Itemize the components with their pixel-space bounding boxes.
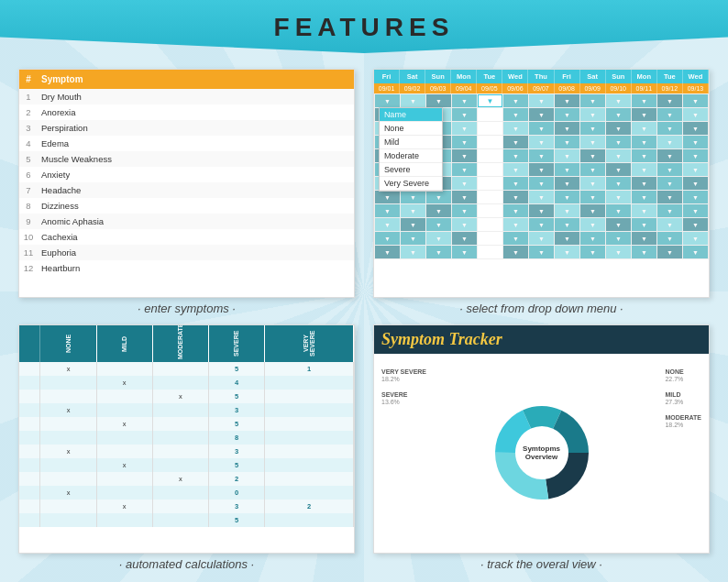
cal-cell[interactable]: ▼ xyxy=(401,94,425,107)
cal-cell[interactable]: ▼ xyxy=(452,191,477,203)
cal-cell[interactable]: ▼ xyxy=(606,108,631,121)
cal-cell[interactable]: ▼ xyxy=(426,204,451,217)
cal-cell[interactable]: ▼ xyxy=(452,218,477,231)
cal-cell[interactable]: ▼ xyxy=(529,149,554,162)
cal-cell[interactable]: ▼ xyxy=(657,177,682,190)
cal-cell[interactable]: ▼ xyxy=(503,218,528,231)
cal-cell[interactable]: ▼ xyxy=(375,246,400,258)
cal-cell[interactable]: ▼ xyxy=(555,136,579,148)
cal-cell[interactable]: ▼ xyxy=(375,191,400,203)
cal-cell[interactable]: ▼ xyxy=(401,246,425,258)
cal-cell[interactable]: ▼ xyxy=(555,204,579,217)
cal-cell[interactable]: ▼ xyxy=(401,232,425,245)
cal-cell[interactable]: ▼ xyxy=(452,246,477,258)
cal-cell[interactable]: ▼ xyxy=(683,246,708,258)
cal-cell[interactable]: ▼ xyxy=(606,246,631,258)
cal-cell[interactable]: ▼ xyxy=(529,246,554,258)
cal-cell[interactable]: ▼ xyxy=(632,163,656,176)
cal-cell[interactable]: ▼ xyxy=(580,204,605,217)
cal-cell[interactable]: ▼ xyxy=(606,204,631,217)
cal-cell[interactable]: ▼ xyxy=(632,191,656,203)
cal-cell[interactable]: ▼ xyxy=(683,149,708,162)
cal-cell[interactable]: ▼ xyxy=(452,204,477,217)
cal-cell[interactable]: ▼ xyxy=(555,94,579,107)
cal-cell[interactable]: ▼ xyxy=(555,218,579,231)
cal-cell[interactable]: ▼ xyxy=(657,204,682,217)
cal-cell[interactable]: ▼ xyxy=(683,163,708,176)
cal-cell[interactable]: ▼ xyxy=(580,232,605,245)
cal-cell[interactable]: ▼ xyxy=(555,149,579,162)
dropdown-popup[interactable]: Name None Mild Moderate Severe Very Seve… xyxy=(379,107,443,192)
dropdown-item-mild[interactable]: Mild xyxy=(380,136,442,149)
cal-cell[interactable]: ▼ xyxy=(452,163,477,176)
cal-cell[interactable]: ▼ xyxy=(657,163,682,176)
cal-cell[interactable]: ▼ xyxy=(452,177,477,190)
cal-cell[interactable]: ▼ xyxy=(657,191,682,203)
cal-cell[interactable]: ▼ xyxy=(632,149,656,162)
cal-cell[interactable]: ▼ xyxy=(503,177,528,190)
cal-cell[interactable]: ▼ xyxy=(529,122,554,135)
cal-cell[interactable]: ▼ xyxy=(529,204,554,217)
cal-cell[interactable]: ▼ xyxy=(503,246,528,258)
cal-cell[interactable]: ▼ xyxy=(632,94,656,107)
cal-cell[interactable]: ▼ xyxy=(580,136,605,148)
cal-cell[interactable]: ▼ xyxy=(657,218,682,231)
cal-cell[interactable]: ▼ xyxy=(657,136,682,148)
cal-cell[interactable]: ▼ xyxy=(606,94,631,107)
cal-cell[interactable]: ▼ xyxy=(503,94,528,107)
cal-cell[interactable]: ▼ xyxy=(401,218,425,231)
cal-cell[interactable]: ▼ xyxy=(529,94,554,107)
cal-cell[interactable]: ▼ xyxy=(580,149,605,162)
cal-cell[interactable]: ▼ xyxy=(580,177,605,190)
cal-cell[interactable]: ▼ xyxy=(555,232,579,245)
cal-cell[interactable]: ▼ xyxy=(503,204,528,217)
cal-cell[interactable]: ▼ xyxy=(401,204,425,217)
cal-cell[interactable]: ▼ xyxy=(632,218,656,231)
cal-cell[interactable]: ▼ xyxy=(555,191,579,203)
cal-cell[interactable]: ▼ xyxy=(657,232,682,245)
cal-cell[interactable]: ▼ xyxy=(580,246,605,258)
cal-cell[interactable]: ▼ xyxy=(503,136,528,148)
dropdown-item-moderate[interactable]: Moderate xyxy=(380,149,442,163)
cal-cell[interactable]: ▼ xyxy=(580,218,605,231)
cal-cell[interactable]: ▼ xyxy=(529,177,554,190)
cal-cell[interactable]: ▼ xyxy=(452,108,477,121)
cal-cell[interactable]: ▼ xyxy=(452,232,477,245)
cal-cell[interactable]: ▼ xyxy=(580,163,605,176)
cal-cell[interactable]: ▼ xyxy=(555,163,579,176)
cal-cell[interactable]: ▼ xyxy=(657,94,682,107)
cal-cell[interactable]: ▼ xyxy=(606,163,631,176)
cal-cell[interactable]: ▼ xyxy=(529,218,554,231)
cal-cell[interactable]: ▼ xyxy=(529,232,554,245)
cal-cell[interactable]: ▼ xyxy=(657,149,682,162)
cal-cell[interactable]: ▼ xyxy=(375,218,400,231)
cal-cell[interactable]: ▼ xyxy=(606,122,631,135)
cal-cell[interactable]: ▼ xyxy=(580,108,605,121)
cal-cell[interactable]: ▼ xyxy=(555,246,579,258)
cal-cell[interactable]: ▼ xyxy=(452,122,477,135)
cal-cell[interactable]: ▼ xyxy=(632,177,656,190)
cal-cell[interactable]: ▼ xyxy=(683,191,708,203)
cal-cell[interactable]: ▼ xyxy=(632,108,656,121)
cal-cell[interactable]: ▼ xyxy=(426,218,451,231)
cal-cell[interactable]: ▼ xyxy=(683,218,708,231)
cal-cell[interactable]: ▼ xyxy=(529,108,554,121)
cal-cell[interactable]: ▼ xyxy=(580,122,605,135)
cal-cell[interactable]: ▼ xyxy=(606,232,631,245)
cal-cell[interactable]: ▼ xyxy=(529,191,554,203)
cal-cell[interactable]: ▼ xyxy=(683,94,708,107)
cal-cell[interactable]: ▼ xyxy=(683,204,708,217)
cal-cell[interactable]: ▼ xyxy=(426,232,451,245)
cal-cell[interactable]: ▼ xyxy=(529,136,554,148)
cal-cell[interactable]: ▼ xyxy=(632,122,656,135)
cal-cell[interactable]: ▼ xyxy=(503,108,528,121)
cal-cell[interactable]: ▼ xyxy=(683,108,708,121)
dropdown-item-very-severe[interactable]: Very Severe xyxy=(380,177,442,191)
cal-cell[interactable]: ▼ xyxy=(375,94,400,107)
cal-cell[interactable]: ▼ xyxy=(478,94,502,107)
cal-cell[interactable]: ▼ xyxy=(606,177,631,190)
cal-cell[interactable]: ▼ xyxy=(426,94,451,107)
dropdown-item-name[interactable]: Name xyxy=(380,108,442,122)
dropdown-item-none[interactable]: None xyxy=(380,122,442,136)
cal-cell[interactable]: ▼ xyxy=(632,136,656,148)
